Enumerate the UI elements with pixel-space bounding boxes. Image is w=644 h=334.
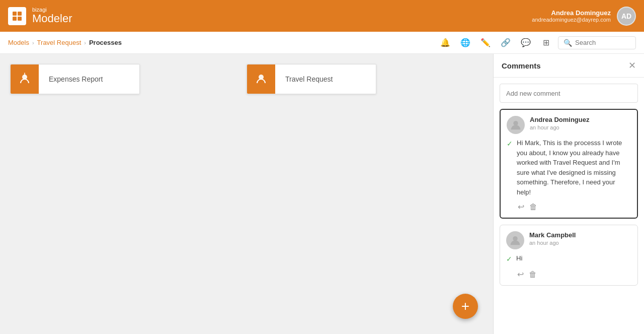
comment-time-2: an hour ago <box>529 240 631 246</box>
comment-avatar-2 <box>506 231 524 249</box>
svg-rect-1 <box>18 12 22 16</box>
app-logo-icon <box>8 7 26 25</box>
header-right: Andrea Dominguez andreadominguez@dayrep.… <box>532 7 636 26</box>
comment-avatar-1 <box>507 116 525 134</box>
comments-panel: Comments ✕ Andrea Dominguez an h <box>493 54 644 334</box>
breadcrumb-models[interactable]: Models <box>8 39 29 46</box>
svg-point-7 <box>513 236 517 241</box>
comment-meta-2: Mark Campbell an hour ago <box>529 231 631 246</box>
comment-actions-1: ↩ 🗑 <box>518 202 631 212</box>
nav-icons: 🔔 🌐 ✏️ 🔗 💬 ⊞ 🔍 <box>437 35 636 51</box>
comments-close-button[interactable]: ✕ <box>628 61 636 70</box>
comment-author-2: Mark Campbell <box>529 231 631 239</box>
breadcrumb-current: Processes <box>89 39 122 46</box>
add-fab-button[interactable]: + <box>453 294 478 319</box>
svg-rect-0 <box>13 12 17 16</box>
avatar[interactable]: AD <box>617 7 636 26</box>
comment-text-1: Hi Mark, This is the processs I wrote yo… <box>517 138 631 197</box>
app-header: bizagi Modeler Andrea Dominguez andreado… <box>0 0 644 32</box>
comments-header: Comments ✕ <box>494 54 644 78</box>
comment-check-icon-2: ✓ <box>506 254 512 264</box>
svg-rect-3 <box>18 17 22 21</box>
comment-delete-button-1[interactable]: 🗑 <box>529 202 537 212</box>
comments-title: Comments <box>502 61 541 70</box>
comment-reply-button-1[interactable]: ↩ <box>518 202 524 212</box>
comment-author-1: Andrea Dominguez <box>530 116 631 123</box>
user-info: Andrea Dominguez andreadominguez@dayrep.… <box>532 9 611 23</box>
svg-point-6 <box>513 121 518 125</box>
grid-button[interactable]: ⊞ <box>538 35 554 51</box>
canvas-area: Expenses Report Travel Request + <box>0 54 493 334</box>
edit-button[interactable]: ✏️ <box>477 35 494 51</box>
main-area: Expenses Report Travel Request + Comment… <box>0 54 644 334</box>
comment-body-1: ✓ Hi Mark, This is the processs I wrote … <box>507 138 631 197</box>
nav-bar: Models › Travel Request › Processes 🔔 🌐 … <box>0 32 644 54</box>
header-left: bizagi Modeler <box>8 7 72 25</box>
comment-top-1: Andrea Dominguez an hour ago <box>507 116 631 134</box>
comment-text-2: Hi <box>516 253 631 264</box>
search-box: 🔍 <box>558 36 636 49</box>
process-label-travel: Travel Request <box>275 64 376 94</box>
process-label-expenses: Expenses Report <box>39 64 139 94</box>
comment-delete-button-2[interactable]: 🗑 <box>529 270 537 279</box>
process-icon-expenses <box>11 64 39 94</box>
process-card-travel[interactable]: Travel Request <box>247 64 376 94</box>
comment-card-2: Mark Campbell an hour ago ✓ Hi ↩ 🗑 <box>500 225 638 286</box>
process-icon-travel <box>247 64 275 94</box>
breadcrumb-sep-1: › <box>32 40 34 46</box>
breadcrumb: Models › Travel Request › Processes <box>8 39 122 46</box>
comment-top-2: Mark Campbell an hour ago <box>506 231 631 249</box>
notifications-button[interactable]: 🔔 <box>437 35 453 51</box>
comment-time-1: an hour ago <box>530 124 631 130</box>
share-button[interactable]: 🔗 <box>498 35 514 51</box>
search-input[interactable] <box>575 39 630 46</box>
globe-button[interactable]: 🌐 <box>457 35 473 51</box>
breadcrumb-sep-2: › <box>84 40 86 46</box>
comment-meta-1: Andrea Dominguez an hour ago <box>530 116 631 130</box>
comment-body-2: ✓ Hi <box>506 253 631 264</box>
comment-button[interactable]: 💬 <box>518 35 534 51</box>
breadcrumb-travel-request[interactable]: Travel Request <box>37 39 82 46</box>
comment-check-icon-1: ✓ <box>507 139 513 197</box>
comment-card-1: Andrea Dominguez an hour ago ✓ Hi Mark, … <box>500 109 638 219</box>
app-logo-text: bizagi Modeler <box>32 7 72 25</box>
search-icon: 🔍 <box>564 39 572 47</box>
comments-body: Andrea Dominguez an hour ago ✓ Hi Mark, … <box>494 78 644 334</box>
comment-reply-button-2[interactable]: ↩ <box>517 270 524 279</box>
comment-actions-2: ↩ 🗑 <box>517 270 631 279</box>
process-card-expenses[interactable]: Expenses Report <box>10 64 140 94</box>
svg-rect-2 <box>13 17 17 21</box>
add-comment-input[interactable] <box>500 84 638 103</box>
